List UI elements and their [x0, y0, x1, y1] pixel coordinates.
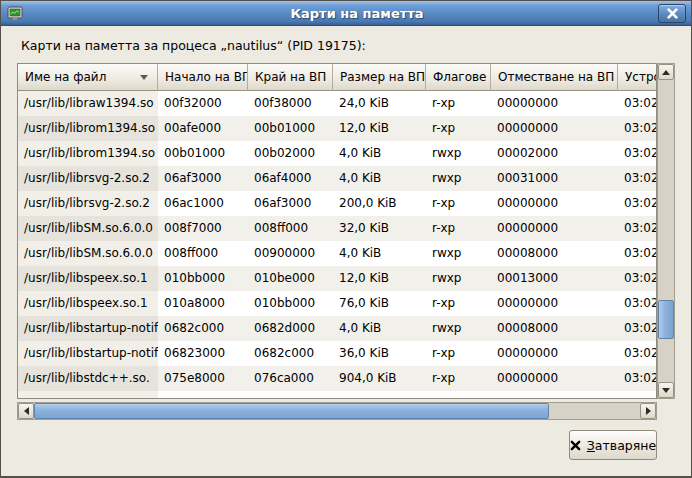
- triangle-right-icon: [646, 407, 651, 415]
- system-monitor-icon[interactable]: [7, 5, 23, 21]
- table-cell: 010bb000: [248, 291, 333, 316]
- column-header-label: Устройство: [625, 70, 657, 84]
- table-cell: r-xp: [426, 116, 491, 141]
- table-body: /usr/lib/libraw1394.so00f3200000f3800024…: [18, 91, 656, 398]
- table-row[interactable]: /usr/lib/libstartup-notification06823000…: [18, 341, 656, 366]
- column-header-vm-start[interactable]: Начало на ВП: [158, 64, 248, 91]
- table-cell: 904,0 KiB: [333, 366, 426, 391]
- table-cell: /usr/lib/librsvg-2.so.2: [18, 166, 158, 191]
- table-row[interactable]: /usr/lib/libSM.so.6.0.0008f7000008ff0003…: [18, 216, 656, 241]
- table-cell: 00900000: [248, 241, 333, 266]
- column-header-label: Отместване на ВП: [498, 70, 614, 84]
- table-cell: 00002000: [491, 141, 618, 166]
- table-cell: 06823000: [158, 341, 248, 366]
- table-cell: 00afe000: [158, 116, 248, 141]
- table-cell: 075e8000: [158, 366, 248, 391]
- table-cell: r-xp: [426, 341, 491, 366]
- table-cell: /usr/lib/librom1394.so: [18, 116, 158, 141]
- table-cell: 00000000: [491, 116, 618, 141]
- table-cell: 03:02: [618, 316, 656, 341]
- table-cell: 00000000: [491, 91, 618, 116]
- table-row[interactable]: /usr/lib/librsvg-2.so.206af300006af40004…: [18, 166, 656, 191]
- table-cell: rwxp: [426, 166, 491, 191]
- close-button-label: Затваряне: [587, 438, 656, 453]
- table-cell: 06af3000: [158, 166, 248, 191]
- column-header-label: Край на ВП: [255, 70, 326, 84]
- table-cell: 4,0 KiB: [333, 241, 426, 266]
- table-cell: 00000000: [491, 366, 618, 391]
- table-row[interactable]: /usr/lib/libstdc++.so.075e8000076ca00090…: [18, 366, 656, 391]
- table-cell: 010bb000: [158, 266, 248, 291]
- table-cell: 4,0 KiB: [333, 316, 426, 341]
- close-x-icon: [570, 440, 581, 451]
- column-header-label: Име на файл: [25, 70, 106, 84]
- table-cell: r-xp: [426, 366, 491, 391]
- table-cell: /usr/lib/libstdc++.so.: [18, 366, 158, 391]
- horizontal-scrollbar[interactable]: [17, 402, 657, 420]
- table-cell: 010be000: [248, 266, 333, 291]
- scroll-right-button[interactable]: [640, 403, 656, 419]
- table-cell: 03:02: [618, 116, 656, 141]
- column-header-flags[interactable]: Флагове: [426, 64, 491, 91]
- table-cell: 32,0 KiB: [333, 216, 426, 241]
- triangle-up-icon: [662, 70, 670, 75]
- column-header-label: Флагове: [433, 70, 486, 84]
- table-cell: 03:02: [618, 291, 656, 316]
- table-cell: 03:02: [618, 366, 656, 391]
- column-header-vm-end[interactable]: Край на ВП: [248, 64, 333, 91]
- table-cell: 06af4000: [248, 166, 333, 191]
- vertical-scrollbar[interactable]: [657, 63, 675, 399]
- column-header-filename[interactable]: Име на файл: [18, 64, 158, 91]
- table-cell: 00000000: [491, 216, 618, 241]
- table-cell: 36,0 KiB: [333, 341, 426, 366]
- table-row[interactable]: /usr/lib/libspeex.so.1010a8000010bb00076…: [18, 291, 656, 316]
- table-row[interactable]: /usr/lib/librom1394.so00afe00000b0100012…: [18, 116, 656, 141]
- table-row[interactable]: /usr/lib/libSM.so.6.0.0008ff000009000004…: [18, 241, 656, 266]
- column-header-device[interactable]: Устройство: [618, 64, 657, 91]
- table-cell: 010a8000: [158, 291, 248, 316]
- table-cell: /usr/lib/libspeex.so.1: [18, 291, 158, 316]
- table-cell: 03:02: [618, 166, 656, 191]
- scroll-down-button[interactable]: [658, 382, 674, 398]
- table-cell: 00b01000: [248, 116, 333, 141]
- table-cell: 03:02: [618, 141, 656, 166]
- titlebar-close-button[interactable]: [658, 4, 686, 23]
- column-header-vm-offset[interactable]: Отместване на ВП: [491, 64, 618, 91]
- triangle-down-icon: [662, 388, 670, 393]
- scroll-left-button[interactable]: [18, 403, 34, 419]
- column-header-label: Размер на ВП: [340, 70, 425, 84]
- scroll-up-button[interactable]: [658, 64, 674, 80]
- table-cell: 008ff000: [248, 216, 333, 241]
- table-cell: 076ca000: [248, 366, 333, 391]
- table-cell: 008ff000: [158, 241, 248, 266]
- column-header-label: Начало на ВП: [165, 70, 248, 84]
- table-cell: 03:02: [618, 191, 656, 216]
- memory-maps-table: Име на файл Начало на ВП Край на ВП Разм…: [17, 63, 657, 399]
- table-cell: 0682c000: [248, 341, 333, 366]
- table-cell: 4,0 KiB: [333, 141, 426, 166]
- table-cell: 12,0 KiB: [333, 266, 426, 291]
- table-header: Име на файл Начало на ВП Край на ВП Разм…: [18, 64, 656, 91]
- table-cell: 00008000: [491, 316, 618, 341]
- table-cell: 00000000: [491, 291, 618, 316]
- table-cell: /usr/lib/libstartup-notification: [18, 316, 158, 341]
- horizontal-scrollbar-thumb[interactable]: [34, 403, 549, 419]
- vertical-scrollbar-thumb[interactable]: [658, 300, 674, 339]
- table-cell: 24,0 KiB: [333, 91, 426, 116]
- titlebar: Карти на паметта: [1, 1, 691, 26]
- table-cell: 03:02: [618, 266, 656, 291]
- table-row[interactable]: /usr/lib/librom1394.so00b0100000b020004,…: [18, 141, 656, 166]
- table-cell: 008f7000: [158, 216, 248, 241]
- table-row[interactable]: /usr/lib/libspeex.so.1010bb000010be00012…: [18, 266, 656, 291]
- column-header-vm-size[interactable]: Размер на ВП: [333, 64, 426, 91]
- table-row[interactable]: /usr/lib/libraw1394.so00f3200000f3800024…: [18, 91, 656, 116]
- table-cell: 06af3000: [248, 191, 333, 216]
- close-button[interactable]: Затваряне: [569, 430, 657, 460]
- window-title: Карти на паметта: [23, 6, 691, 21]
- table-cell: r-xp: [426, 291, 491, 316]
- table-cell: 00008000: [491, 241, 618, 266]
- table-row[interactable]: /usr/lib/librsvg-2.so.206ac100006af30002…: [18, 191, 656, 216]
- table-cell: 00b02000: [248, 141, 333, 166]
- table-row[interactable]: /usr/lib/libstartup-notification0682c000…: [18, 316, 656, 341]
- table-cell: r-xp: [426, 216, 491, 241]
